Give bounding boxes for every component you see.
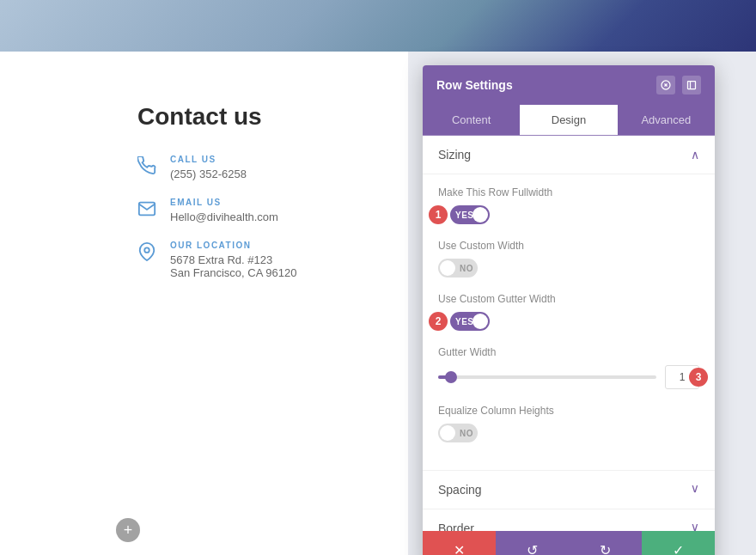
tab-design[interactable]: Design — [520, 105, 617, 135]
tab-advanced[interactable]: Advanced — [618, 105, 715, 135]
panel-header: Row Settings — [423, 65, 715, 105]
top-image-banner — [0, 0, 756, 52]
phone-icon — [137, 156, 156, 175]
gutter-width-slider-track — [438, 375, 656, 379]
custom-gutter-toggle-yes-label: YES — [455, 317, 474, 326]
fullwidth-toggle-wrapper: 1 YES NO — [438, 205, 699, 224]
contact-section: Contact us CALL US (255) 352-6258 EMAIL … — [137, 103, 395, 296]
fullwidth-label: Make This Row Fullwidth — [438, 186, 699, 198]
setting-fullwidth: Make This Row Fullwidth 1 YES NO — [438, 186, 699, 224]
tab-content[interactable]: Content — [423, 105, 520, 135]
confirm-button[interactable]: ✓ — [642, 531, 715, 555]
sizing-section-title: Sizing — [438, 148, 471, 162]
custom-gutter-toggle-knob — [472, 314, 488, 329]
cancel-button[interactable]: ✕ — [423, 531, 496, 555]
equalize-columns-toggle[interactable]: YES NO — [438, 424, 478, 442]
badge-1: 1 — [429, 205, 448, 224]
sizing-section-content: Make This Row Fullwidth 1 YES NO Use Cus… — [423, 174, 715, 471]
equalize-columns-toggle-wrapper: YES NO — [438, 424, 699, 442]
custom-width-label: Use Custom Width — [438, 240, 699, 252]
equalize-columns-toggle-no-label: NO — [460, 429, 473, 438]
panel-header-icons — [656, 76, 701, 95]
setting-custom-width: Use Custom Width YES NO — [438, 240, 699, 278]
contact-phone-info: CALL US (255) 352-6258 — [170, 155, 247, 180]
sizing-section-header[interactable]: Sizing ∧ — [423, 136, 715, 174]
gutter-width-slider-thumb[interactable] — [445, 371, 457, 383]
custom-gutter-width-label: Use Custom Gutter Width — [438, 293, 699, 305]
contact-location-value: 5678 Extra Rd. #123San Francisco, CA 961… — [170, 253, 296, 279]
contact-item-email: EMAIL US Hello@divihealth.com — [137, 198, 395, 223]
border-section-title: Border — [438, 521, 474, 531]
row-settings-panel: Row Settings Content Design Advanced — [423, 65, 715, 555]
contact-item-phone: CALL US (255) 352-6258 — [137, 155, 395, 180]
custom-width-toggle-wrapper: YES NO — [438, 259, 699, 278]
fullwidth-toggle-knob — [472, 207, 488, 223]
sizing-chevron-icon: ∧ — [691, 148, 699, 162]
contact-location-label: OUR LOCATION — [170, 241, 296, 250]
badge-2: 2 — [429, 312, 448, 331]
spacing-section-header[interactable]: Spacing ∧ — [423, 471, 715, 509]
custom-width-toggle[interactable]: YES NO — [438, 259, 478, 278]
gutter-width-label: Gutter Width — [438, 346, 699, 358]
panel-tabs: Content Design Advanced — [423, 105, 715, 136]
panel-actions: ✕ ↺ ↻ ✓ — [423, 531, 715, 555]
custom-gutter-toggle[interactable]: YES NO — [450, 312, 490, 331]
gutter-width-value: 1 — [680, 371, 686, 383]
svg-rect-4 — [688, 82, 696, 89]
custom-width-toggle-no-label: NO — [460, 264, 473, 273]
contact-title: Contact us — [137, 103, 395, 131]
border-chevron-icon: ∧ — [691, 521, 699, 531]
setting-equalize-columns: Equalize Column Heights YES NO — [438, 405, 699, 442]
contact-email-value: Hello@divihealth.com — [170, 210, 278, 223]
setting-custom-gutter-width: Use Custom Gutter Width 2 YES NO — [438, 293, 699, 331]
custom-width-toggle-knob — [440, 260, 455, 276]
setting-gutter-width: Gutter Width 1 3 — [438, 346, 699, 389]
panel-body: Sizing ∧ Make This Row Fullwidth 1 YES N… — [423, 136, 715, 531]
contact-email-info: EMAIL US Hello@divihealth.com — [170, 198, 278, 223]
add-row-left-button[interactable]: + — [116, 518, 140, 542]
contact-phone-value: (255) 352-6258 — [170, 168, 247, 180]
email-icon — [137, 199, 156, 218]
spacing-chevron-icon: ∧ — [691, 483, 699, 497]
gutter-width-slider-row: 1 3 — [438, 365, 699, 389]
border-section-header[interactable]: Border ∧ — [423, 509, 715, 531]
panel-reset-icon[interactable] — [656, 76, 675, 95]
spacing-section-title: Spacing — [438, 483, 482, 497]
custom-gutter-toggle-wrapper: 2 YES NO — [438, 312, 699, 331]
fullwidth-toggle[interactable]: YES NO — [450, 205, 490, 224]
equalize-columns-label: Equalize Column Heights — [438, 405, 699, 417]
svg-point-0 — [144, 247, 149, 253]
gutter-width-value-box[interactable]: 1 3 — [665, 365, 699, 389]
contact-location-info: OUR LOCATION 5678 Extra Rd. #123San Fran… — [170, 241, 296, 279]
redo-button[interactable]: ↻ — [569, 531, 642, 555]
contact-phone-label: CALL US — [170, 155, 247, 164]
panel-expand-icon[interactable] — [682, 76, 701, 95]
fullwidth-toggle-yes-label: YES — [455, 210, 474, 220]
location-icon — [137, 242, 156, 261]
contact-email-label: EMAIL US — [170, 198, 278, 207]
undo-button[interactable]: ↺ — [496, 531, 569, 555]
badge-3: 3 — [689, 368, 708, 387]
contact-item-location: OUR LOCATION 5678 Extra Rd. #123San Fran… — [137, 241, 395, 279]
equalize-columns-toggle-knob — [440, 425, 455, 441]
panel-title: Row Settings — [436, 78, 513, 92]
